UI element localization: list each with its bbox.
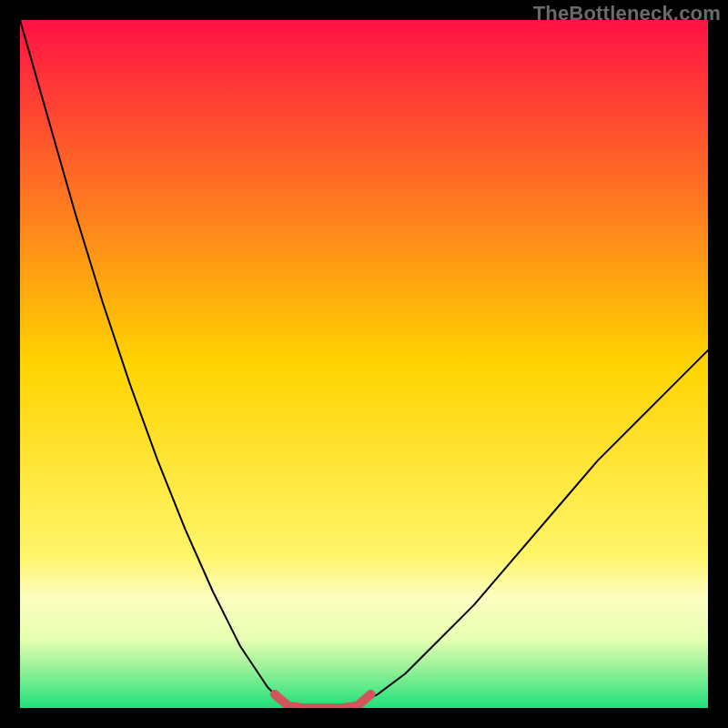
chart-svg (20, 20, 708, 708)
chart-frame: TheBottleneck.com (0, 0, 728, 728)
watermark-text: TheBottleneck.com (533, 2, 721, 25)
plot-area (20, 20, 708, 708)
